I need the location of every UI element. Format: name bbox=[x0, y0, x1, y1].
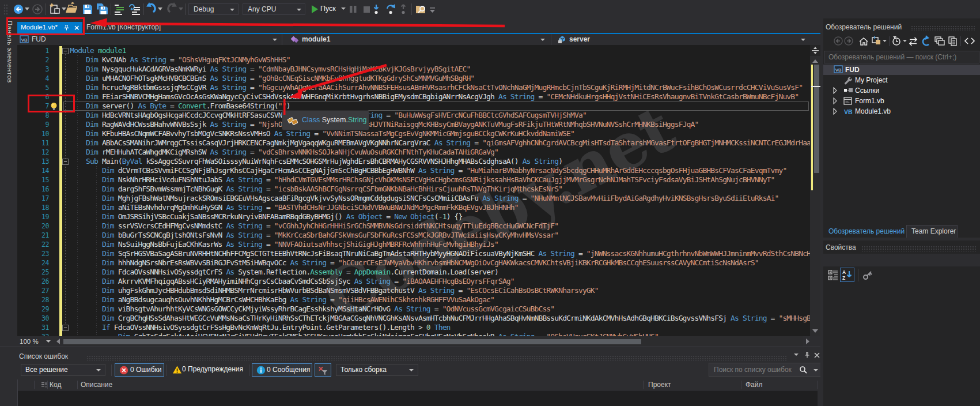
se-switch-views-caret bbox=[883, 40, 887, 42]
splitter-handle[interactable] bbox=[810, 45, 820, 56]
alphabetical-sort-button[interactable]: A Z bbox=[840, 268, 854, 282]
error-list-search[interactable]: Поиск по списку ошибок bbox=[709, 363, 821, 377]
properties-splitter[interactable] bbox=[823, 238, 980, 240]
tab-solution-explorer[interactable]: Обозреватель решений bbox=[828, 227, 905, 235]
navbar-project-caret bbox=[273, 39, 277, 41]
code-line-13: Sub Main(ByVal kSsAggcSSuvrqFhWaSOisssyN… bbox=[70, 157, 810, 166]
close-panel-icon[interactable] bbox=[813, 351, 821, 359]
code-line-8: Dim HdBcVRNtsHAgbOgsHcgaHCcdcJCcvgCMkHtR… bbox=[70, 111, 810, 120]
expand-arrow-icon[interactable] bbox=[833, 108, 838, 115]
toolbox-side-tab[interactable]: Панель элементов bbox=[0, 18, 17, 347]
pin-window-icon[interactable] bbox=[803, 351, 811, 359]
vertical-scroll-thumb[interactable] bbox=[814, 65, 819, 173]
scroll-left-arrow[interactable] bbox=[56, 339, 60, 344]
code-line-19: Dim OmJSRSihjVSBcCuakjSaNBssMCRrkuNryivB… bbox=[70, 212, 810, 221]
undo-caret bbox=[158, 7, 162, 10]
find-in-files-icon bbox=[416, 6, 425, 13]
column-code[interactable]: Код bbox=[50, 381, 61, 389]
redo-icon bbox=[168, 2, 177, 12]
navbar-member-caret bbox=[801, 39, 805, 41]
tab-team-explorer[interactable]: Team Explorer bbox=[906, 225, 958, 238]
properties-object-band bbox=[823, 254, 980, 266]
code-line-5: Dim hcrucNgRBktbmGsssjqMsCCgVR As String… bbox=[70, 83, 810, 92]
changed-lines-bar bbox=[59, 46, 62, 336]
quick-info-tooltip: Class System.String bbox=[282, 110, 369, 130]
tree-item-fud[interactable]: VBFUD bbox=[823, 65, 980, 75]
code-line-30: Dim CrgBChgHSsSdAhasHtWEGCcVuMMsNsaCsTHr… bbox=[70, 314, 810, 323]
tree-item-my-project[interactable]: My Project bbox=[823, 75, 980, 85]
code-line-17: Dim MghjgFBshWatNMsujrackSROmsiEBGEuVHsA… bbox=[70, 194, 810, 203]
editor-bottom-bar: 100 % bbox=[17, 336, 820, 347]
property-pages-icon[interactable] bbox=[862, 270, 874, 280]
navbar-type-dropdown[interactable]: module1 bbox=[283, 34, 551, 45]
editor-vertical-scrollbar[interactable] bbox=[810, 45, 820, 336]
code-text: Module module1 Dim KvCNAb As String = "O… bbox=[70, 46, 810, 336]
tree-item-module1-vb[interactable]: VBModule1.vb bbox=[823, 106, 980, 116]
debug-configuration-combo[interactable]: Debug bbox=[188, 3, 239, 15]
tree-item-ссылки[interactable]: Ссылки bbox=[823, 85, 980, 96]
zoom-control[interactable]: 100 % bbox=[17, 336, 53, 347]
line-number: 9 bbox=[17, 120, 49, 129]
start-caret[interactable] bbox=[341, 7, 346, 10]
scroll-down-arrow[interactable] bbox=[812, 329, 818, 333]
fold-toggle-line31[interactable] bbox=[62, 325, 69, 331]
platform-combo[interactable]: Any CPU bbox=[243, 3, 305, 15]
line-number: 19 bbox=[17, 212, 49, 221]
code-line-7: Dim server() As Byte = Convert.FromBase6… bbox=[70, 102, 810, 111]
zoom-level-label: 100 % bbox=[20, 338, 39, 345]
fold-toggle-line1[interactable] bbox=[62, 48, 69, 54]
step-over-icon bbox=[387, 4, 395, 14]
horizontal-scroll-track[interactable] bbox=[63, 336, 803, 347]
code-line-25: Dim FdcaOVssNNHsivOSyssdgtCrFS As System… bbox=[70, 268, 810, 277]
vb-project-icon: VB bbox=[20, 35, 29, 44]
scope-filter-combo[interactable]: Все решение bbox=[21, 364, 105, 376]
window-menu-caret[interactable] bbox=[794, 354, 799, 356]
code-editor[interactable]: Codeby.net 12345678910111213141516171819… bbox=[17, 45, 810, 336]
code-line-14: Dim dCVrmTCBsSVvmiFCCSgNFjBhJsgrKhsCCajH… bbox=[70, 166, 810, 175]
debug-step-icons bbox=[346, 0, 472, 18]
column-file[interactable]: Файл bbox=[746, 381, 763, 389]
start-button[interactable]: Пуск bbox=[320, 5, 336, 13]
categorized-view-icon[interactable] bbox=[828, 269, 839, 281]
expand-arrow-icon[interactable] bbox=[833, 97, 838, 104]
column-project[interactable]: Проект bbox=[648, 381, 671, 389]
solution-explorer-drag-texture bbox=[911, 25, 975, 31]
tree-item-label: My Project bbox=[855, 75, 888, 85]
expand-arrow-icon[interactable] bbox=[833, 87, 838, 94]
line-number: 23 bbox=[17, 249, 49, 258]
properties-title: Свойства bbox=[826, 243, 856, 251]
messages-filter-button[interactable]: 0 Сообщения bbox=[252, 363, 312, 377]
navbar-member-dropdown[interactable]: server bbox=[552, 34, 810, 45]
se-back-icon bbox=[834, 37, 842, 45]
error-list-content[interactable] bbox=[17, 390, 818, 406]
toolbar-grip-icon bbox=[4, 5, 7, 14]
solution-explorer-search[interactable]: Обозреватель решений — поиск (Ctrl+;) bbox=[824, 51, 979, 63]
tree-item-form1-vb[interactable]: Form1.vb bbox=[823, 96, 980, 106]
line-number: 31 bbox=[17, 323, 49, 332]
step-out-icon bbox=[402, 5, 406, 14]
filter-button[interactable] bbox=[315, 363, 331, 377]
info-icon bbox=[256, 366, 266, 375]
se-refresh-icon bbox=[923, 35, 929, 45]
line-number: 24 bbox=[17, 258, 49, 268]
toolbar-separator bbox=[249, 364, 249, 376]
code-line-26: Dim AkrrvKVMFhqigqABssHCiyRMAHyimiNHhCgr… bbox=[70, 277, 810, 286]
code-line-9: Dim RagWAVdHCWssBHahvWNVBsSsjk As String… bbox=[70, 120, 810, 129]
scroll-up-arrow[interactable] bbox=[812, 59, 818, 63]
code-line-21: Dim bBuGrTsSCNCgBjtshONtsFsNvN As String… bbox=[70, 231, 810, 240]
tab-form1[interactable]: Form1.vb [Конструктор] bbox=[86, 22, 161, 33]
code-line-16: Dim dargShFSBvmWssmmjTcNBhGugK As String… bbox=[70, 185, 810, 194]
module-icon bbox=[290, 35, 300, 44]
warnings-filter-button[interactable]: 0 Предупреждения bbox=[169, 363, 245, 377]
code-line-20: Dim ssrVSVcrsCEdHFMgCvsNMmdstC As String… bbox=[70, 221, 810, 231]
build-filter-combo[interactable]: Только сборка bbox=[336, 364, 418, 376]
tool-window-tabs: Обозреватель решений Team Explorer bbox=[823, 225, 980, 238]
code-line-29: Dim viBhsgtvAhurhhtKyVCsWNGsGOWCCyCkMjyi… bbox=[70, 304, 810, 314]
errors-filter-button[interactable]: 0 Ошибки bbox=[115, 363, 164, 377]
fold-toggle-line13[interactable] bbox=[62, 159, 69, 165]
severity-column-icon bbox=[41, 382, 47, 388]
column-description[interactable]: Описание bbox=[81, 381, 112, 389]
horizontal-scroll-thumb[interactable] bbox=[63, 339, 641, 344]
scroll-right-arrow[interactable] bbox=[806, 339, 809, 344]
navbar-project-dropdown[interactable]: VB FUD bbox=[17, 34, 282, 45]
